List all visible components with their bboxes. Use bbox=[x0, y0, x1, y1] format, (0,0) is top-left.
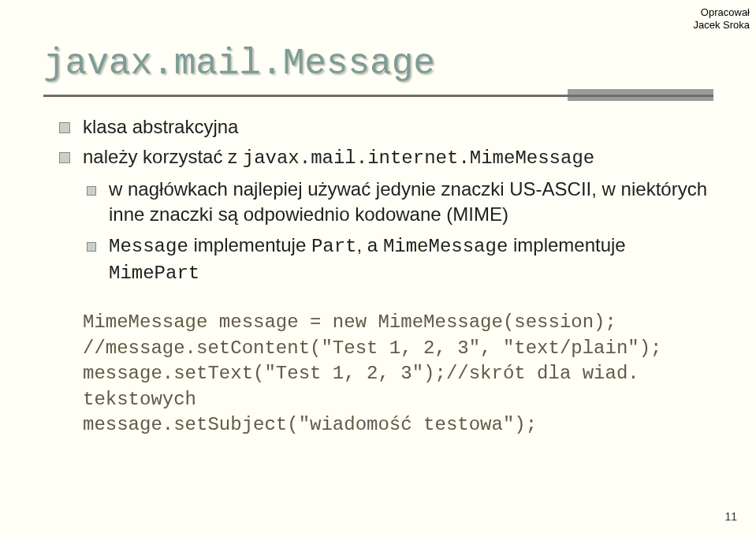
page-number: 11 bbox=[724, 510, 737, 523]
bullet-text-fragment: implementuje bbox=[508, 234, 625, 255]
bullet-text-fragment: , a bbox=[357, 234, 383, 255]
attribution: Opracował Jacek Sroka bbox=[693, 6, 750, 31]
code-inline: Message bbox=[109, 236, 188, 257]
bullet-item: należy korzystać z javax.mail.internet.M… bbox=[59, 144, 713, 171]
square-bullet-icon bbox=[59, 122, 70, 133]
bullet-text-fragment: implementuje bbox=[188, 234, 311, 255]
code-inline: MimePart bbox=[109, 263, 199, 284]
code-line: //message.setContent("Test 1, 2, 3", "te… bbox=[83, 336, 713, 361]
slide-content: klasa abstrakcyjna należy korzystać z ja… bbox=[59, 114, 713, 438]
bullet-text: klasa abstrakcyjna bbox=[83, 114, 238, 140]
code-inline: Part bbox=[311, 236, 357, 257]
square-bullet-icon bbox=[87, 186, 96, 196]
title-underline bbox=[43, 95, 713, 97]
code-line: message.setText("Test 1, 2, 3");//skrót … bbox=[83, 361, 713, 412]
square-bullet-icon bbox=[59, 152, 70, 163]
code-inline: javax.mail.internet.MimeMessage bbox=[243, 147, 594, 169]
bullet-item: klasa abstrakcyjna bbox=[59, 114, 713, 140]
slide-title: javax.mail.Message bbox=[43, 43, 435, 84]
code-line: MimeMessage message = new MimeMessage(se… bbox=[83, 310, 713, 335]
bullet-item-indent: Message implementuje Part, a MimeMessage… bbox=[87, 233, 713, 287]
attribution-line1: Opracował bbox=[693, 6, 750, 19]
code-block: MimeMessage message = new MimeMessage(se… bbox=[83, 310, 713, 438]
attribution-line2: Jacek Sroka bbox=[693, 19, 750, 32]
bullet-item-indent: w nagłówkach najlepiej używać jedynie zn… bbox=[87, 177, 713, 228]
code-inline: MimeMessage bbox=[383, 236, 508, 257]
bullet-text-fragment: należy korzystać z bbox=[83, 146, 243, 167]
square-bullet-icon bbox=[87, 242, 96, 252]
bullet-text: w nagłówkach najlepiej używać jedynie zn… bbox=[109, 177, 713, 228]
code-line: message.setSubject("wiadomość testowa"); bbox=[83, 412, 713, 438]
bullet-text: Message implementuje Part, a MimeMessage… bbox=[109, 233, 713, 287]
bullet-text: należy korzystać z javax.mail.internet.M… bbox=[83, 144, 594, 171]
